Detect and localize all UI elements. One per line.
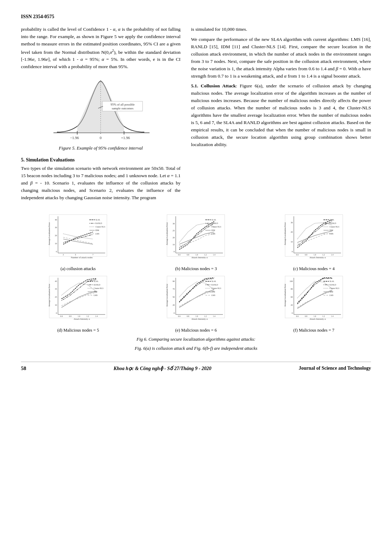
svg-text:70: 70 [173,288,175,290]
svg-text:1.2: 1.2 [322,315,325,317]
svg-text:RANLD: RANLD [329,284,336,286]
chart-a-svg: Average Localization Error Number of att… [48,213,109,263]
svg-text:20: 20 [173,304,175,306]
svg-text:1.2: 1.2 [204,254,207,256]
svg-text:SL4A: SL4A [211,280,216,282]
charts-row2: Average Localization Error Attack Intens… [21,274,371,333]
right-para1: is simulated for 10,000 times. [191,26,371,33]
svg-text:0: 0 [56,312,57,314]
svg-text:0.6: 0.6 [296,254,298,256]
svg-text:SL4A: SL4A [94,280,98,282]
svg-text:0: 0 [56,251,57,253]
svg-text:0.8: 0.8 [305,315,307,317]
svg-text:Cluster-NLS: Cluster-NLS [211,226,221,228]
figure5-caption: Figure 5. Example of 95% confidence inte… [21,145,181,151]
chart-b: Average Localization Error Attack Intens… [139,213,253,272]
svg-text:25: 25 [55,296,57,298]
svg-text:1.4: 1.4 [213,315,216,317]
svg-text:100: 100 [290,280,293,282]
svg-text:Average Localization Error: Average Localization Error [166,284,168,307]
svg-text:SL4A: SL4A [211,219,216,221]
footer-journal-vn: Khoa học & Công nghệ - Số 27/Tháng 9 - 2… [114,366,211,371]
left-para1: probability is called the level of Confi… [21,26,181,71]
svg-text:1.4: 1.4 [213,254,216,256]
two-col-layout: probability is called the level of Confi… [21,26,371,204]
svg-text:20: 20 [291,231,293,233]
svg-text:IDM: IDM [95,229,99,231]
svg-text:IDM: IDM [211,229,215,231]
page: ISSN 2354-0575 probability is called the… [0,0,392,557]
svg-text:0: 0 [174,312,175,314]
svg-text:1.0: 1.0 [196,254,198,256]
chart-e: Average Localization Error Attack Intens… [139,274,253,333]
svg-text:10: 10 [291,241,293,243]
charts-row1: Average Localization Error Number of att… [21,213,371,272]
svg-text:0.8: 0.8 [187,254,189,256]
svg-text:0.6: 0.6 [178,254,181,256]
chart-b-svg: Average Localization Error Attack Intens… [165,213,226,263]
svg-text:Attack Intensity α: Attack Intensity α [309,318,326,320]
svg-text:95% of all possible: 95% of all possible [111,103,135,106]
svg-text:Average Localization Error: Average Localization Error [284,284,286,307]
footer-page-number: 58 [21,366,26,371]
svg-text:0.8: 0.8 [305,254,307,256]
svg-text:0.8: 0.8 [69,315,72,317]
chart-e-svg: Average Localization Error Attack Intens… [165,274,226,325]
svg-text:SL4A: SL4A [329,219,334,221]
footer-journal-en: Journal of Science and Technology [299,366,371,371]
svg-text:1.4: 1.4 [331,254,333,256]
left-para2: Two types of the simulation scenario wit… [21,165,181,202]
svg-text:1.0: 1.0 [313,254,316,256]
svg-text:30: 30 [291,222,293,224]
svg-text:Cluster-NLS: Cluster-NLS [329,287,339,289]
svg-text:Average Localization Error: Average Localization Error [48,222,50,245]
chart-f-label: (f) Malicious nodes = 7 [257,328,371,333]
svg-text:90: 90 [173,280,175,282]
page-footer: 58 Khoa học & Công nghệ - Số 27/Tháng 9 … [21,362,371,371]
svg-text:Cluster-NLS: Cluster-NLS [95,226,105,228]
svg-text:Cluster-NLS: Cluster-NLS [211,287,221,289]
svg-text:Cluster-NLS: Cluster-NLS [94,287,103,289]
svg-text:Average Localization Error: Average Localization Error [48,284,50,307]
svg-text:0: 0 [100,136,102,140]
svg-text:Number of attack nodes: Number of attack nodes [71,256,93,259]
svg-text:10: 10 [55,243,57,245]
right-para2: We compare the performance of the new SL… [191,36,371,80]
chart-c: Average Localization Error Attack Intens… [257,213,371,272]
svg-text:LMS: LMS [211,294,215,296]
svg-text:1.4: 1.4 [95,315,98,317]
svg-text:RANLD: RANLD [95,222,102,224]
fig6-caption1: Fig 6. Comparing secure localization alg… [21,337,371,342]
svg-text:1.0: 1.0 [78,315,80,317]
svg-text:30: 30 [55,226,57,229]
svg-text:IDM: IDM [94,291,97,293]
svg-text:45: 45 [55,280,57,282]
section51-heading: 5.1. Collusion Attack [191,83,236,88]
section5-title: 5. Simulation Evaluations [21,157,181,163]
svg-text:1.0: 1.0 [196,315,198,317]
svg-text:sample outcomes: sample outcomes [112,107,134,110]
chart-f: Average Localization Error Attack Intens… [257,274,371,333]
svg-text:LMS: LMS [329,294,333,296]
svg-text:20: 20 [55,234,57,237]
svg-text:50: 50 [173,296,175,298]
svg-text:0: 0 [292,251,293,253]
svg-text:0.6: 0.6 [60,315,63,317]
charts-section: Average Localization Error Number of att… [21,213,371,351]
svg-text:60: 60 [291,296,293,298]
chart-c-svg: Average Localization Error Attack Intens… [283,213,344,263]
chart-a-label: (a) collusion attacks [21,266,135,272]
chart-d: Average Localization Error Attack Intens… [21,274,135,333]
fig6-caption2: Fig. 6(a) is collusion attack and Fig. 6… [21,346,371,351]
svg-text:0.8: 0.8 [187,315,189,317]
svg-text:25: 25 [173,230,175,232]
svg-text:20: 20 [291,304,293,306]
svg-text:LMS: LMS [329,233,333,235]
svg-text:10: 10 [55,304,57,306]
chart-e-label: (e) Malicious nodes = 6 [139,328,253,333]
svg-text:40: 40 [55,219,57,221]
svg-text:5: 5 [75,254,76,256]
svg-text:Attack Intensity α: Attack Intensity α [309,256,326,259]
svg-text:RANLD: RANLD [211,222,218,224]
chart-d-svg: Average Localization Error Attack Intens… [48,274,109,325]
